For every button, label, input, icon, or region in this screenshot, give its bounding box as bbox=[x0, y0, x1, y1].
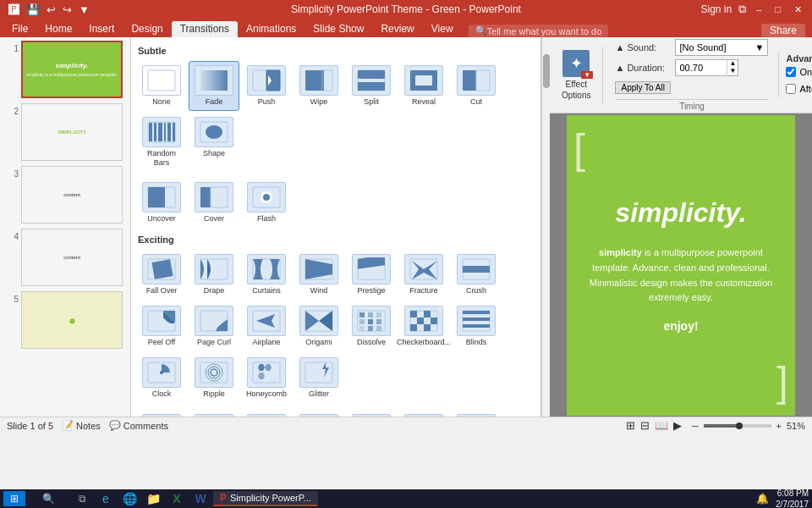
save-icon[interactable]: 💾 bbox=[25, 3, 41, 16]
effect-options-button[interactable]: ✦ ▼ EffectOptions bbox=[557, 47, 595, 104]
trans-split[interactable]: Split bbox=[346, 61, 397, 111]
restore-icon[interactable]: ⧉ bbox=[738, 3, 746, 16]
taskbar-notification-icon[interactable]: 🔔 bbox=[756, 493, 769, 505]
trans-flash[interactable]: Flash bbox=[241, 178, 292, 228]
titlebar: 🅿 💾 ↩ ↪ ▼ Simplicity PowerPoint Theme - … bbox=[0, 0, 812, 19]
taskbar-edge-icon[interactable]: e bbox=[95, 491, 117, 506]
trans-crush[interactable]: Crush bbox=[451, 250, 502, 300]
trans-fracture[interactable]: Fracture bbox=[398, 250, 449, 300]
preview-bracket-left: [ bbox=[573, 132, 585, 166]
trans-clock[interactable]: Clock bbox=[136, 353, 187, 403]
slide-thumb-5[interactable]: 5 ⬤ bbox=[3, 291, 127, 349]
trans-prestige[interactable]: Prestige bbox=[346, 250, 397, 300]
zoom-slider[interactable] bbox=[704, 424, 771, 428]
trans-airplane[interactable]: Airplane bbox=[241, 301, 292, 351]
taskbar-app-label: Simplicity PowerP... bbox=[230, 493, 311, 503]
notes-button[interactable]: 📝 Notes bbox=[62, 420, 101, 431]
signin-button[interactable]: Sign in bbox=[701, 3, 732, 15]
taskbar-excel-icon[interactable]: X bbox=[166, 491, 188, 506]
tab-slideshow[interactable]: Slide Show bbox=[304, 21, 372, 37]
subtle-extra-grid: Uncover Cover Flash bbox=[136, 178, 535, 228]
trans-shape[interactable]: Shape bbox=[189, 113, 239, 172]
share-button[interactable]: Share bbox=[754, 24, 812, 37]
trans-wipe[interactable]: Wipe bbox=[294, 61, 344, 111]
trans-switch[interactable]: Switch bbox=[241, 410, 292, 417]
trans-flip[interactable]: Flip bbox=[294, 410, 344, 417]
view-slideshow-icon[interactable]: ▶ bbox=[673, 419, 682, 432]
maximize-button[interactable]: □ bbox=[771, 4, 784, 14]
tell-me-box[interactable]: 🔍 Tell me what you want to do bbox=[469, 25, 609, 37]
trans-wind[interactable]: Wind bbox=[294, 250, 344, 300]
taskbar-explorer-icon[interactable]: 📁 bbox=[142, 491, 164, 506]
trans-checkerboard-icon bbox=[404, 306, 443, 336]
trans-ripple[interactable]: Ripple bbox=[189, 353, 239, 403]
trans-drape[interactable]: Drape bbox=[189, 250, 239, 300]
trans-reveal[interactable]: Reveal bbox=[398, 61, 449, 111]
taskbar-powerpoint-app[interactable]: P Simplicity PowerP... bbox=[213, 491, 318, 506]
customize-icon[interactable]: ▼ bbox=[77, 3, 91, 16]
zoom-level[interactable]: 51% bbox=[787, 421, 805, 431]
tab-review[interactable]: Review bbox=[372, 21, 422, 37]
slide-thumb-2[interactable]: 2 SIMPLICITY bbox=[3, 103, 127, 161]
trans-doors[interactable]: Doors bbox=[451, 410, 502, 417]
zoom-in-button[interactable]: + bbox=[776, 421, 782, 431]
trans-cube[interactable]: Cube bbox=[398, 410, 449, 417]
trans-uncover[interactable]: Uncover bbox=[136, 178, 187, 228]
svg-rect-6 bbox=[322, 70, 332, 91]
after-checkbox[interactable] bbox=[786, 84, 796, 94]
undo-icon[interactable]: ↩ bbox=[45, 3, 58, 16]
redo-icon[interactable]: ↪ bbox=[61, 3, 74, 16]
tab-animations[interactable]: Animations bbox=[238, 21, 304, 37]
tab-design[interactable]: Design bbox=[123, 21, 171, 37]
trans-peel-off[interactable]: Peel Off bbox=[136, 301, 187, 351]
trans-origami[interactable]: Origami bbox=[294, 301, 344, 351]
taskbar-task-view-icon[interactable]: ⧉ bbox=[71, 491, 93, 506]
close-button[interactable]: ✕ bbox=[791, 4, 805, 15]
trans-dissolve[interactable]: Dissolve bbox=[346, 301, 397, 351]
trans-cut[interactable]: Cut bbox=[451, 61, 502, 111]
scrollbar-thumb[interactable] bbox=[543, 54, 550, 88]
trans-fade[interactable]: Fade bbox=[189, 61, 239, 111]
trans-page-curl[interactable]: Page Curl bbox=[189, 301, 239, 351]
trans-none[interactable]: None bbox=[136, 61, 187, 111]
tab-insert[interactable]: Insert bbox=[80, 21, 123, 37]
view-reading-icon[interactable]: 📖 bbox=[655, 419, 668, 432]
trans-fall-over-icon bbox=[142, 254, 181, 284]
slide-thumb-1[interactable]: 1 simplicity. simplicity is a multipurpo… bbox=[3, 41, 127, 98]
taskbar-word-icon[interactable]: W bbox=[189, 491, 211, 506]
sound-dropdown[interactable]: [No Sound] ▼ bbox=[675, 39, 768, 56]
slide-thumb-3[interactable]: 3 content bbox=[3, 166, 127, 224]
minimize-button[interactable]: – bbox=[753, 4, 765, 14]
zoom-out-button[interactable]: ─ bbox=[692, 421, 699, 431]
trans-cover[interactable]: Cover bbox=[189, 178, 239, 228]
trans-vortex[interactable]: Vortex bbox=[136, 410, 187, 417]
duration-up[interactable]: ▲ bbox=[727, 59, 738, 67]
taskbar-search-icon[interactable]: 🔍 bbox=[27, 491, 69, 506]
start-button[interactable]: ⊞ bbox=[3, 491, 25, 506]
taskbar-chrome-icon[interactable]: 🌐 bbox=[118, 491, 140, 506]
view-slide-sorter-icon[interactable]: ⊟ bbox=[640, 419, 650, 432]
tab-file[interactable]: File bbox=[3, 21, 36, 37]
trans-curtains[interactable]: Curtains bbox=[241, 250, 292, 300]
slide-thumb-4[interactable]: 4 content bbox=[3, 229, 127, 286]
tab-view[interactable]: View bbox=[423, 21, 462, 37]
trans-glitter[interactable]: Glitter bbox=[294, 353, 344, 403]
trans-checkerboard[interactable]: Checkerboard... bbox=[398, 301, 449, 351]
trans-shred[interactable]: Shred bbox=[189, 410, 239, 417]
view-normal-icon[interactable]: ⊞ bbox=[626, 419, 635, 432]
trans-gallery[interactable]: Gallery bbox=[346, 410, 397, 417]
on-mouse-click-checkbox[interactable] bbox=[786, 67, 796, 77]
trans-push[interactable]: Push bbox=[241, 61, 292, 111]
trans-blinds[interactable]: Blinds bbox=[451, 301, 502, 351]
trans-honeycomb[interactable]: Honeycomb bbox=[241, 353, 292, 403]
tab-transitions[interactable]: Transitions bbox=[172, 21, 238, 37]
duration-input[interactable] bbox=[676, 63, 727, 73]
apply-all-button[interactable]: Apply To All bbox=[615, 81, 671, 94]
tab-home[interactable]: Home bbox=[36, 21, 80, 37]
duration-down[interactable]: ▼ bbox=[727, 67, 738, 75]
comments-button[interactable]: 💬 Comments bbox=[109, 420, 168, 431]
trans-fall-over[interactable]: Fall Over bbox=[136, 250, 187, 300]
svg-rect-9 bbox=[358, 70, 385, 79]
trans-random-bars[interactable]: Random Bars bbox=[136, 113, 187, 172]
transitions-scrollbar[interactable] bbox=[541, 37, 550, 417]
